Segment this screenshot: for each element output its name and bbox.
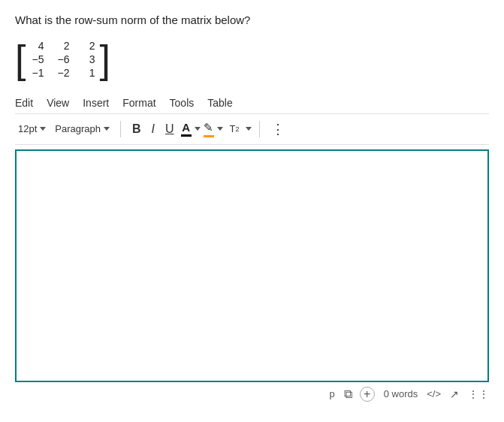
matrix-cell-2-1: −2 xyxy=(56,67,69,79)
matrix-cell-1-1: −6 xyxy=(56,53,69,65)
menu-format[interactable]: Format xyxy=(122,97,155,109)
italic-button[interactable]: I xyxy=(148,120,158,138)
matrix-cell-0-0: 4 xyxy=(30,40,44,52)
editor-area[interactable] xyxy=(15,149,489,382)
menu-tools[interactable]: Tools xyxy=(170,97,195,109)
bottom-bar: p ⧉ + 0 words </> ↗ ⋮⋮ xyxy=(15,382,489,406)
font-color-chevron-icon[interactable] xyxy=(195,127,201,131)
word-count: 0 words xyxy=(384,388,418,399)
highlight-color-group[interactable]: ✎ xyxy=(204,121,223,137)
toolbar: 12pt Paragraph B I U A ✎ xyxy=(15,114,489,145)
superscript-group[interactable]: T2 xyxy=(226,121,252,137)
menu-edit[interactable]: Edit xyxy=(15,97,33,109)
matrix-right-bracket: ] xyxy=(99,40,110,79)
matrix-cell-0-2: 2 xyxy=(81,40,95,52)
font-size-chevron-icon xyxy=(40,127,46,131)
page: What is the row-sum norm of the matrix b… xyxy=(0,0,504,406)
copy-icon[interactable]: ⧉ xyxy=(344,387,352,401)
matrix-container: [ 4 2 2 −5 −6 3 −1 −2 1 ] xyxy=(15,40,110,79)
matrix-cell-1-2: 3 xyxy=(81,53,95,65)
highlight-button[interactable]: ✎ xyxy=(204,121,214,137)
matrix-cell-2-0: −1 xyxy=(30,67,44,79)
font-color-bar xyxy=(181,134,192,137)
font-color-label: A xyxy=(182,121,190,134)
font-size-label: 12pt xyxy=(18,123,37,134)
menu-bar: Edit View Insert Format Tools Table xyxy=(15,92,489,114)
menu-insert[interactable]: Insert xyxy=(83,97,109,109)
highlight-chevron-icon[interactable] xyxy=(217,127,223,131)
more-options-button[interactable]: ⋮ xyxy=(267,119,289,140)
matrix-cell-2-2: 1 xyxy=(81,67,95,79)
underline-button[interactable]: U xyxy=(161,120,178,138)
matrix-grid: 4 2 2 −5 −6 3 −1 −2 1 xyxy=(30,40,95,79)
code-icon[interactable]: </> xyxy=(427,388,441,399)
paragraph-style-dropdown[interactable]: Paragraph xyxy=(52,122,113,136)
matrix-cell-0-1: 2 xyxy=(56,40,69,52)
add-icon[interactable]: + xyxy=(360,387,375,402)
superscript-button[interactable]: T2 xyxy=(226,121,243,137)
question-text: What is the row-sum norm of the matrix b… xyxy=(15,12,489,29)
toolbar-divider-1 xyxy=(120,121,121,137)
superscript-chevron-icon[interactable] xyxy=(246,127,252,131)
menu-table[interactable]: Table xyxy=(207,97,232,109)
font-size-dropdown[interactable]: 12pt xyxy=(15,122,49,136)
bottom-icons: ⧉ + xyxy=(344,387,375,402)
matrix-cell-1-0: −5 xyxy=(30,53,44,65)
font-color-button[interactable]: A xyxy=(181,121,192,137)
paragraph-style-chevron-icon xyxy=(104,127,110,131)
highlight-color-bar xyxy=(204,135,214,137)
drag-handle-icon[interactable]: ⋮⋮ xyxy=(468,388,489,400)
highlight-label: ✎ xyxy=(204,121,213,134)
font-color-group[interactable]: A xyxy=(181,121,201,137)
toolbar-divider-2 xyxy=(259,121,260,137)
page-indicator: p xyxy=(329,388,334,399)
matrix-left-bracket: [ xyxy=(15,40,26,79)
menu-view[interactable]: View xyxy=(47,97,69,109)
external-link-icon[interactable]: ↗ xyxy=(450,388,459,400)
bold-button[interactable]: B xyxy=(128,120,145,138)
paragraph-style-label: Paragraph xyxy=(55,123,101,134)
